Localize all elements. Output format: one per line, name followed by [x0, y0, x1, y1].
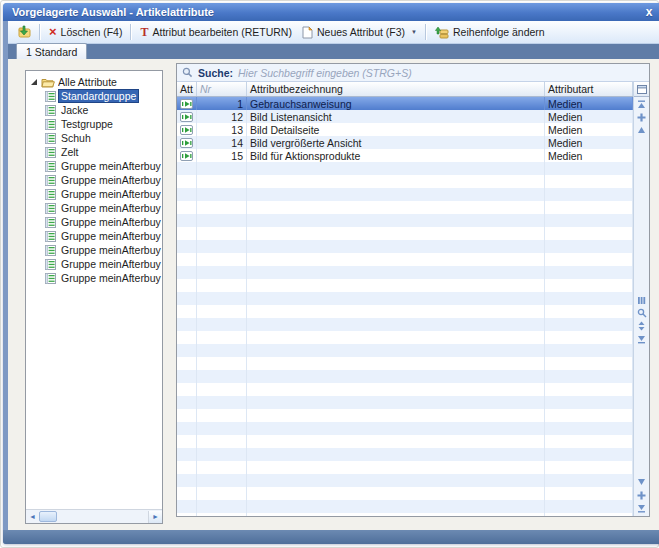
- grid-empty-row[interactable]: [177, 331, 633, 344]
- delete-label: Löschen (F4): [61, 26, 123, 38]
- reorder-button[interactable]: Reihenfolge ändern: [430, 25, 550, 40]
- scroll-up-icon[interactable]: [635, 124, 648, 136]
- view-cards-icon[interactable]: [635, 294, 648, 306]
- grid-empty-row[interactable]: [177, 487, 633, 500]
- expander-icon[interactable]: [30, 78, 38, 86]
- grid-cell-bezeichnung: Bild Detailseite: [247, 123, 545, 136]
- attribute-group-icon: [45, 133, 56, 144]
- tree-item[interactable]: Standardgruppe: [26, 89, 162, 103]
- grid-row[interactable]: 13 Bild Detailseite Medien: [177, 123, 633, 136]
- scroll-to-top-icon[interactable]: [635, 98, 648, 110]
- grid-empty-row[interactable]: [177, 357, 633, 370]
- grid-cell-bezeichnung: Bild vergrößerte Ansicht: [247, 136, 545, 149]
- grid-cell-art: Medien: [545, 123, 633, 136]
- grid-row[interactable]: 14 Bild vergrößerte Ansicht Medien: [177, 136, 633, 149]
- grid-empty-row[interactable]: [177, 253, 633, 266]
- grid-empty-row[interactable]: [177, 435, 633, 448]
- scroll-right-icon[interactable]: ►: [148, 511, 162, 523]
- grid-empty-row[interactable]: [177, 396, 633, 409]
- tree-item[interactable]: Testgruppe: [26, 117, 162, 131]
- column-header-bezeichnung[interactable]: Attributbezeichnung: [247, 82, 545, 96]
- toolbar-separator: [39, 24, 41, 40]
- grid-empty-row[interactable]: [177, 175, 633, 188]
- attribute-group-icon: [45, 245, 56, 256]
- find-icon[interactable]: [635, 307, 648, 319]
- grid-empty-row[interactable]: [177, 240, 633, 253]
- tree-root-item[interactable]: Alle Attribute: [26, 75, 162, 89]
- grid-empty-row[interactable]: [177, 422, 633, 435]
- grid-empty-row[interactable]: [177, 461, 633, 474]
- close-button[interactable]: x: [642, 6, 656, 18]
- grid-empty-row[interactable]: [177, 201, 633, 214]
- attribute-group-icon: [45, 161, 56, 172]
- new-attribute-button[interactable]: Neues Attribut (F3) ▼: [297, 25, 422, 40]
- tree-item[interactable]: Jacke: [26, 103, 162, 117]
- grid-empty-row[interactable]: [177, 474, 633, 487]
- window-title: Vorgelagerte Auswahl - Artikelattribute: [12, 6, 214, 18]
- attribute-tree-panel: Alle Attribute Standardgruppe Jac: [25, 70, 163, 524]
- grid-empty-row[interactable]: [177, 266, 633, 279]
- tree-item-label: Standardgruppe: [59, 90, 138, 102]
- tabstrip: 1 Standard: [8, 44, 659, 59]
- append-row-icon[interactable]: [635, 489, 648, 501]
- strip-scroll-buttons-top: [635, 98, 648, 136]
- filter-icon[interactable]: [635, 333, 648, 345]
- tree-item[interactable]: Gruppe meinAfterbuy ART00081: [26, 257, 162, 271]
- tree-item[interactable]: Gruppe meinAfterbuy ART00074: [26, 173, 162, 187]
- grid-cell-nr: 14: [197, 136, 247, 149]
- tree-horizontal-scrollbar[interactable]: ◄ ►: [26, 509, 162, 523]
- insert-row-icon[interactable]: [635, 111, 648, 123]
- tree-item[interactable]: Gruppe meinAfterbuy ART00082: [26, 271, 162, 285]
- tree-item[interactable]: Zelt: [26, 145, 162, 159]
- tree-item[interactable]: Gruppe meinAfterbuy ART00079: [26, 229, 162, 243]
- grid-cell-nr: 15: [197, 149, 247, 162]
- scroll-to-bottom-icon[interactable]: [635, 502, 648, 514]
- grid-empty-row[interactable]: [177, 513, 633, 516]
- column-header-att[interactable]: Att: [177, 82, 197, 96]
- grid-empty-row[interactable]: [177, 409, 633, 422]
- grid-empty-row[interactable]: [177, 279, 633, 292]
- grid-row[interactable]: 15 Bild für Aktionsprodukte Medien: [177, 149, 633, 162]
- column-header-nr[interactable]: Nr: [197, 82, 247, 96]
- tree-item-label: Gruppe meinAfterbuy ART00079: [59, 230, 162, 242]
- new-attribute-dropdown-caret[interactable]: ▼: [411, 29, 417, 35]
- reorder-icon: [435, 26, 449, 39]
- grid-empty-row[interactable]: [177, 344, 633, 357]
- grid-empty-row[interactable]: [177, 383, 633, 396]
- grid-empty-row[interactable]: [177, 292, 633, 305]
- grid-search-box[interactable]: Suche: Hier Suchbegriff eingeben (STRG+S…: [177, 64, 649, 82]
- scroll-down-icon[interactable]: [635, 476, 648, 488]
- grid-empty-row[interactable]: [177, 448, 633, 461]
- scroll-left-icon[interactable]: ◄: [26, 511, 39, 523]
- tree-item[interactable]: Gruppe meinAfterbuy ART00080: [26, 243, 162, 257]
- grid-empty-row[interactable]: [177, 305, 633, 318]
- import-button[interactable]: [11, 24, 36, 40]
- attribute-group-icon: [45, 91, 56, 102]
- strip-tool-buttons: [635, 294, 648, 345]
- edit-icon: T: [140, 27, 148, 37]
- column-header-art[interactable]: Attributart: [545, 82, 633, 96]
- grid-row[interactable]: 12 Bild Listenansicht Medien: [177, 110, 633, 123]
- edit-attribute-button[interactable]: T Attribut bearbeiten (RETURN): [135, 25, 296, 39]
- grid-empty-row[interactable]: [177, 227, 633, 240]
- grid-row[interactable]: 1 Gebrauchsanweisung Medien: [177, 97, 633, 110]
- grid-empty-row[interactable]: [177, 214, 633, 227]
- grid-empty-row[interactable]: [177, 500, 633, 513]
- grid-cell-bezeichnung: Bild Listenansicht: [247, 110, 545, 123]
- titlebar[interactable]: Vorgelagerte Auswahl - Artikelattribute …: [3, 3, 659, 21]
- grid-empty-row[interactable]: [177, 370, 633, 383]
- column-chooser-icon[interactable]: [634, 82, 649, 97]
- sort-icon[interactable]: [635, 320, 648, 332]
- attribute-group-icon: [45, 119, 56, 130]
- grid-empty-row[interactable]: [177, 188, 633, 201]
- grid-empty-row[interactable]: [177, 318, 633, 331]
- delete-button[interactable]: × Löschen (F4): [44, 25, 127, 39]
- tree-item[interactable]: Gruppe meinAfterbuy ART00076: [26, 201, 162, 215]
- grid-empty-row[interactable]: [177, 162, 633, 175]
- tree-scrollbar-thumb[interactable]: [39, 511, 57, 522]
- tree-item[interactable]: Schuh: [26, 131, 162, 145]
- tree-item[interactable]: Gruppe meinAfterbuy ART00078: [26, 215, 162, 229]
- tab-standard[interactable]: 1 Standard: [16, 43, 87, 59]
- tree-item[interactable]: Gruppe meinAfterbuy ART00075: [26, 187, 162, 201]
- tree-item[interactable]: Gruppe meinAfterbuy ART00073: [26, 159, 162, 173]
